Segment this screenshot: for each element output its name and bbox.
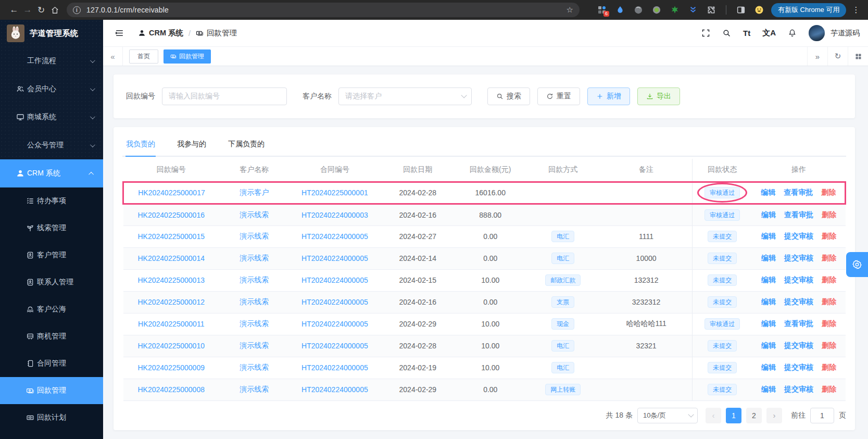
- delete-link[interactable]: 删除: [822, 385, 836, 393]
- delete-link[interactable]: 删除: [821, 188, 836, 196]
- tags-layout-grid-icon[interactable]: [848, 47, 868, 66]
- contract-link[interactable]: HT20240224000005: [301, 276, 368, 284]
- menu-fold-icon[interactable]: [115, 28, 124, 38]
- view-approval-link[interactable]: 查看审批: [784, 319, 813, 328]
- sidebar-item-workflow[interactable]: 工作流程: [0, 47, 103, 75]
- extension-green-dot-icon[interactable]: [652, 5, 661, 15]
- profile-emoji-avatar[interactable]: [754, 5, 764, 15]
- sidebar-item-product[interactable]: 产品管理: [0, 431, 103, 439]
- customer-link[interactable]: 演示线索: [240, 210, 269, 219]
- submit-review-link[interactable]: 提交审核: [784, 254, 813, 262]
- page-size-select[interactable]: 10条/页: [637, 408, 698, 423]
- receivable-no-input[interactable]: 请输入回款编号: [162, 87, 287, 105]
- extensions-puzzle-icon[interactable]: [707, 5, 716, 15]
- edit-link[interactable]: 编辑: [761, 188, 775, 196]
- submit-review-link[interactable]: 提交审核: [784, 232, 813, 240]
- contract-link[interactable]: HT20240224000005: [301, 363, 368, 372]
- prev-page-button[interactable]: ‹: [706, 408, 721, 423]
- delete-link[interactable]: 删除: [822, 319, 836, 328]
- edit-link[interactable]: 编辑: [761, 363, 776, 371]
- sidebar-item-clue[interactable]: 线索管理: [0, 215, 103, 242]
- username[interactable]: 芋道源码: [831, 29, 860, 38]
- side-panel-icon[interactable]: [736, 5, 746, 15]
- page-1-button[interactable]: 1: [726, 408, 741, 423]
- submit-review-link[interactable]: 提交审核: [784, 275, 813, 284]
- tab-subordinate[interactable]: 下属负责的: [228, 133, 265, 156]
- tag-home[interactable]: 首页: [129, 49, 158, 64]
- sidebar-item-official-account[interactable]: 公众号管理: [0, 131, 103, 159]
- sidebar-item-todo[interactable]: 待办事项: [0, 187, 103, 215]
- language-icon[interactable]: 文A: [762, 28, 776, 38]
- edit-link[interactable]: 编辑: [761, 297, 776, 306]
- add-button[interactable]: 新增: [587, 87, 630, 105]
- delete-link[interactable]: 删除: [822, 210, 836, 219]
- edit-link[interactable]: 编辑: [761, 385, 776, 393]
- search-button[interactable]: 搜索: [487, 87, 530, 105]
- customer-link[interactable]: 演示线索: [240, 363, 269, 371]
- receivable-no-link[interactable]: HK20240225000016: [138, 211, 205, 219]
- contract-link[interactable]: HT20240224000005: [301, 385, 368, 394]
- receivable-no-link[interactable]: HK20240225000017: [138, 189, 205, 197]
- browser-forward-icon[interactable]: →: [21, 5, 34, 15]
- tab-mine[interactable]: 我负责的: [125, 133, 156, 156]
- view-approval-link[interactable]: 查看审批: [784, 188, 813, 196]
- receivable-no-link[interactable]: HK20240225000009: [138, 363, 205, 372]
- submit-review-link[interactable]: 提交审核: [784, 341, 813, 349]
- contract-link[interactable]: HT20240224000005: [301, 342, 368, 350]
- customer-link[interactable]: 演示线索: [240, 275, 269, 284]
- breadcrumb-crm[interactable]: CRM 系统: [138, 28, 183, 38]
- chrome-update-pill[interactable]: 有新版 Chrome 可用: [771, 3, 846, 17]
- customer-link[interactable]: 演示线索: [240, 319, 269, 328]
- delete-link[interactable]: 删除: [822, 363, 836, 371]
- delete-link[interactable]: 删除: [822, 341, 836, 349]
- submit-review-link[interactable]: 提交审核: [784, 363, 813, 371]
- sidebar-item-contract[interactable]: 合同管理: [0, 350, 103, 377]
- sidebar-item-crm-system[interactable]: CRM 系统: [0, 159, 103, 187]
- customer-link[interactable]: 演示线索: [240, 254, 269, 262]
- customer-link[interactable]: 演示线索: [240, 341, 269, 349]
- customer-link[interactable]: 演示线索: [240, 232, 269, 240]
- address-bar[interactable]: i 127.0.0.1/crm/receivable ☆: [67, 3, 580, 17]
- contract-link[interactable]: HT20240225000001: [301, 189, 368, 197]
- page-2-button[interactable]: 2: [746, 408, 762, 423]
- customer-link[interactable]: 演示线索: [240, 297, 269, 306]
- customer-link[interactable]: 演示客户: [240, 188, 269, 196]
- sidebar-item-contact[interactable]: 联系人管理: [0, 269, 103, 296]
- tab-participated[interactable]: 我参与的: [177, 133, 207, 156]
- view-approval-link[interactable]: 查看审批: [784, 210, 813, 219]
- extension-droplet-icon[interactable]: [615, 5, 625, 15]
- browser-back-icon[interactable]: ←: [7, 5, 21, 15]
- sidebar-item-customer-pool[interactable]: 客户公海: [0, 296, 103, 323]
- next-page-button[interactable]: ›: [766, 408, 782, 423]
- receivable-no-link[interactable]: HK20240225000013: [138, 276, 205, 284]
- delete-link[interactable]: 删除: [822, 275, 836, 284]
- customer-link[interactable]: 演示线索: [240, 385, 269, 393]
- browser-home-icon[interactable]: [48, 6, 61, 15]
- bookmark-star-icon[interactable]: ☆: [567, 5, 573, 15]
- receivable-no-link[interactable]: HK20240225000015: [138, 232, 205, 241]
- extension-pinned-icon[interactable]: 6: [597, 5, 607, 15]
- search-icon[interactable]: [722, 29, 731, 37]
- sidebar-item-receivable[interactable]: 回款管理: [0, 377, 103, 404]
- goto-page-input[interactable]: [810, 408, 834, 423]
- tags-scroll-left-icon[interactable]: «: [103, 47, 123, 66]
- sidebar-item-receivable-plan[interactable]: 回款计划: [0, 404, 103, 431]
- tags-scroll-right-icon[interactable]: »: [807, 47, 827, 66]
- sidebar-item-mall-system[interactable]: 商城系统: [0, 103, 103, 131]
- edit-link[interactable]: 编辑: [761, 275, 776, 284]
- contract-link[interactable]: HT20240224000005: [301, 320, 368, 328]
- edit-link[interactable]: 编辑: [761, 341, 776, 349]
- submit-review-link[interactable]: 提交审核: [784, 385, 813, 393]
- edit-link[interactable]: 编辑: [761, 232, 776, 240]
- receivable-no-link[interactable]: HK20240225000012: [138, 298, 205, 306]
- edit-link[interactable]: 编辑: [761, 210, 776, 219]
- delete-link[interactable]: 删除: [822, 232, 836, 240]
- app-logo-row[interactable]: 芋道管理系统: [0, 20, 103, 47]
- receivable-no-link[interactable]: HK20240225000008: [138, 385, 205, 394]
- site-info-icon[interactable]: i: [73, 6, 81, 14]
- receivable-no-link[interactable]: HK20240225000011: [138, 320, 204, 328]
- reset-button[interactable]: 重置: [537, 87, 580, 105]
- fullscreen-icon[interactable]: [701, 29, 710, 37]
- edit-link[interactable]: 编辑: [761, 319, 776, 328]
- browser-reload-icon[interactable]: ↻: [34, 5, 48, 16]
